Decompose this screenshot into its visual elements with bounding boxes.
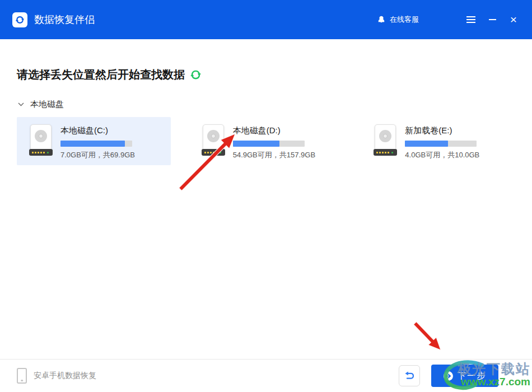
disk-card-e[interactable]: 新加载卷(E:) 4.0GB可用，共10.0GB [361, 117, 515, 165]
disk-usage-bar [60, 141, 132, 147]
hamburger-icon [466, 16, 475, 23]
app-title: 数据恢复伴侣 [34, 13, 95, 26]
disk-name: 新加载卷(E:) [405, 125, 479, 136]
android-recovery-mode-button[interactable]: 安卓手机数据恢复 [17, 368, 96, 384]
refresh-button[interactable] [190, 69, 202, 81]
next-step-button[interactable]: 下一步 [431, 365, 498, 387]
menu-button[interactable] [464, 12, 478, 27]
hard-drive-icon [374, 124, 397, 157]
back-button[interactable] [399, 365, 420, 386]
disk-usage-text: 4.0GB可用，共10.0GB [405, 150, 479, 160]
minimize-icon [489, 19, 496, 20]
disk-name: 本地磁盘(C:) [60, 125, 135, 136]
main-content: 请选择丢失位置然后开始查找数据 本地磁盘 本地磁盘 [0, 67, 532, 165]
disk-usage-text: 7.0GB可用，共69.9GB [60, 150, 135, 160]
close-icon: × [510, 14, 517, 25]
mode-label: 安卓手机数据恢复 [34, 371, 96, 381]
minimize-button[interactable] [485, 12, 500, 27]
refresh-arrows-icon [15, 15, 25, 25]
annotation-arrows [0, 0, 532, 392]
titlebar: 数据恢复伴侣 在线客服 × [0, 0, 532, 39]
page-title: 请选择丢失位置然后开始查找数据 [17, 67, 185, 82]
disk-card-c[interactable]: 本地磁盘(C:) 7.0GB可用，共69.9GB [17, 117, 171, 165]
app-logo-icon [12, 12, 27, 27]
next-step-label: 下一步 [458, 371, 486, 381]
footer-bar: 安卓手机数据恢复 下一步 [0, 359, 532, 392]
section-label: 本地磁盘 [30, 99, 64, 110]
disk-name: 本地磁盘(D:) [233, 125, 315, 136]
disk-card-d[interactable]: 本地磁盘(D:) 54.9GB可用，共157.9GB [189, 117, 343, 165]
arrow-right-circle-icon [444, 371, 453, 381]
disk-cards-row: 本地磁盘(C:) 7.0GB可用，共69.9GB 本地磁盘(D:) [17, 117, 515, 165]
chevron-down-icon [18, 102, 24, 106]
close-button[interactable]: × [506, 12, 521, 27]
hard-drive-icon [29, 124, 53, 157]
hard-drive-icon [202, 124, 225, 157]
qq-penguin-icon [377, 15, 386, 25]
disk-usage-text: 54.9GB可用，共157.9GB [233, 150, 315, 160]
disk-usage-bar [233, 141, 305, 147]
disk-usage-bar [405, 141, 477, 147]
service-label: 在线客服 [390, 15, 419, 25]
undo-arrow-icon [403, 370, 416, 382]
local-disk-section-toggle[interactable]: 本地磁盘 [17, 99, 515, 110]
smartphone-icon [17, 368, 27, 384]
app-window: 数据恢复伴侣 在线客服 × 请选择丢失位置然后开始查找数据 [0, 0, 532, 392]
online-service-button[interactable]: 在线客服 [377, 15, 419, 25]
red-arrow-to-next-button [414, 322, 441, 350]
